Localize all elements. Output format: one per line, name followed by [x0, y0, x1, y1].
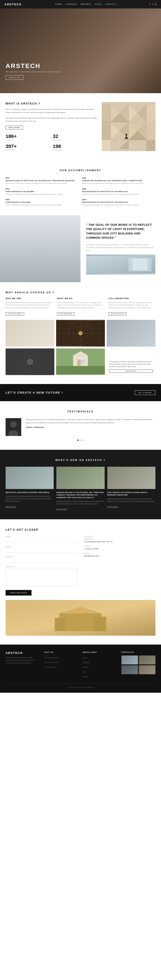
news-read-more-0[interactable]: READ MORE	[6, 506, 16, 508]
footer-links-title: QUICK LINKS	[83, 651, 117, 653]
footer-portfolio-img-3[interactable]	[139, 665, 155, 674]
footer-link-item-3: Blog	[83, 670, 117, 673]
why-images-row-1	[6, 320, 155, 347]
footer-portfolio-title: PORTFOLIO	[121, 651, 156, 653]
accomplishment-title: OUR ACCOMPLISHMENT	[6, 169, 155, 172]
why-col-btn-0[interactable]: FIND OUT MORE	[6, 312, 24, 315]
phone-input[interactable]	[6, 559, 77, 563]
name-input[interactable]	[6, 539, 77, 543]
nav-blog[interactable]: BLOG	[95, 3, 102, 5]
cta-button[interactable]: GET STARTED	[135, 390, 155, 395]
news-read-more-1[interactable]: READ MORE	[56, 508, 67, 510]
why-img-interior	[6, 320, 54, 347]
news-card-title-2: FIVE THINGS YOU SHOULD KNOW ABOUT MODERN…	[107, 491, 155, 496]
nav-company[interactable]: COMPANY	[66, 3, 77, 5]
timeline-name-3: MASSACHUSETTS INSTITUTE OF TECHNOLOGY	[82, 191, 155, 192]
about-title: WHAT IS ARSTECH ?	[6, 102, 97, 105]
nav-contact[interactable]: CONTACT	[105, 3, 116, 5]
news-card-title-0: BEAUTIFUL BUILDINGS AROUND THE WORLD	[6, 491, 54, 494]
footer-links-col: QUICK LINKS Home Company Projects Blog C…	[83, 651, 117, 679]
svg-point-22	[126, 134, 127, 135]
footer-link-1[interactable]: Company	[83, 662, 89, 663]
footer-visit-link-0[interactable]: 123 Architecture Blvd	[44, 657, 59, 659]
hero-cta-button[interactable]: ABOUT US	[6, 75, 23, 80]
timeline-year-3: 2020	[82, 188, 155, 190]
testimonial-dot-1[interactable]	[80, 439, 81, 441]
why-col-btn-2[interactable]: WORK WITH US	[108, 312, 126, 315]
testimonial-dot-2[interactable]	[82, 439, 84, 441]
timeline-item-2: 2012 PARK DESIGN AT OKLAHOMA Urban park …	[6, 188, 79, 196]
news-read-more-2[interactable]: READ MORE	[107, 506, 118, 508]
footer-portfolio-grid	[121, 655, 156, 674]
footer-link-4[interactable]: Contact	[83, 676, 88, 677]
nav-links: HOME COMPANY PROJECT BLOG CONTACT	[55, 3, 116, 5]
address-value: 123 Architecture Blvd, New York, NY	[84, 541, 155, 543]
message-input[interactable]	[6, 568, 77, 586]
footer-link-3[interactable]: Blog	[83, 671, 86, 673]
footer-visit-link-2[interactable]: +1 (555) 123-4567	[44, 667, 57, 668]
footer-link-item-0: Home	[83, 655, 117, 659]
footer-portfolio-img-1[interactable]	[139, 655, 155, 664]
testimonial-avatar	[6, 418, 21, 436]
contact-form: NAME EMAIL PHONE MESSAGE SEND MESSAGE	[6, 536, 77, 595]
footer-visit-links: 123 Architecture Blvd New York, NY 10001…	[44, 655, 79, 668]
footer-visit-col: VISIT US 123 Architecture Blvd New York,…	[44, 651, 79, 679]
stat-buildings-label: BUILDINGS	[53, 150, 97, 151]
testimonial-content: Working with Arstech was an extraordinar…	[6, 418, 155, 436]
email-input[interactable]	[6, 549, 77, 553]
news-card-text-1: Minimalist architecture continues to sha…	[56, 500, 105, 505]
news-card-title-1: MINIMALISM ISN'T SCULPTURES, BUT CREATIN…	[56, 491, 105, 499]
stat-awards: 32 AWARDS	[53, 134, 97, 141]
social-icon-tw[interactable]: t	[152, 3, 153, 6]
why-col-btn-1[interactable]: OUR SERVICES	[57, 312, 75, 315]
stat-clients-label: CLIENTS	[6, 139, 50, 141]
hero-title: ARSTECH	[6, 63, 61, 70]
news-card-2: FIVE THINGS YOU SHOULD KNOW ABOUT MODERN…	[107, 467, 155, 511]
testimonial-text: Working with Arstech was an extraordinar…	[26, 418, 155, 428]
why-col-text-1: From conceptual design to final construc…	[57, 301, 104, 309]
why-col-title-1: WHAT WE DO	[57, 298, 104, 299]
stat-clients-number: 186+	[6, 134, 50, 139]
stat-clients: 186+ CLIENTS	[6, 134, 50, 141]
stat-buildings: 198 BUILDINGS	[53, 143, 97, 151]
social-icon-fb[interactable]: f	[150, 3, 150, 6]
testimonial-dots	[6, 439, 155, 441]
svg-rect-64	[77, 360, 81, 366]
timeline-name-1: DISRUPTING MUSEUM OF ART INTERNATIONAL C…	[82, 180, 155, 181]
why-img2-garden	[56, 348, 105, 375]
nav-project[interactable]: PROJECT	[81, 3, 92, 5]
address-label: ADDRESS	[84, 538, 155, 540]
footer-portfolio-col: PORTFOLIO	[121, 651, 156, 679]
footer-link-0[interactable]: Home	[83, 657, 87, 659]
why-col-collab: COLLABORATION We believe the best result…	[108, 298, 155, 316]
footer-link-2[interactable]: Projects	[83, 667, 89, 668]
about-image	[102, 102, 155, 151]
footer-portfolio-img-0[interactable]	[121, 655, 138, 664]
why-learn-more-button[interactable]: LEARN MORE	[109, 369, 153, 373]
timeline-item-4: 2015 CONSTRUITE LA PALOMA Luxury residen…	[6, 199, 79, 207]
timeline-desc-2: Urban park revitalization project enhanc…	[6, 193, 79, 196]
footer-visit-link-1[interactable]: New York, NY 10001	[44, 662, 59, 663]
nav-home[interactable]: HOME	[55, 3, 62, 5]
nav-logo[interactable]: ARSTECH	[5, 3, 22, 6]
timeline-desc-0: An innovative research and education hub…	[6, 182, 79, 185]
news-title: WHAT'S NEW ON ARSTECH ?	[6, 459, 155, 461]
svg-marker-16	[147, 104, 155, 122]
phone-info-label: PHONE	[84, 546, 155, 547]
about-section: WHAT IS ARSTECH ? We are a globally reco…	[0, 93, 161, 160]
social-icon-ig[interactable]: in	[155, 3, 156, 6]
svg-rect-72	[55, 618, 66, 631]
svg-rect-65	[81, 360, 85, 364]
contact-grid: NAME EMAIL PHONE MESSAGE SEND MESSAGE CO…	[6, 536, 155, 595]
footer-desc: We design and build the future through i…	[6, 656, 40, 664]
contact-hero-image	[6, 600, 155, 636]
testimonial-dot-0[interactable]	[77, 439, 79, 441]
timeline-year-5: 2019	[82, 199, 155, 200]
svg-marker-18	[147, 122, 155, 140]
about-read-more-button[interactable]: READ MORE	[6, 126, 23, 129]
footer-brand-col: ARSTECH We design and build the future t…	[6, 651, 40, 679]
footer-portfolio-img-2[interactable]	[121, 665, 138, 674]
submit-button[interactable]: SEND MESSAGE	[6, 590, 32, 595]
email-info-label: EMAIL	[84, 552, 155, 554]
testimonial-quote: Working with Arstech was an extraordinar…	[26, 418, 155, 424]
